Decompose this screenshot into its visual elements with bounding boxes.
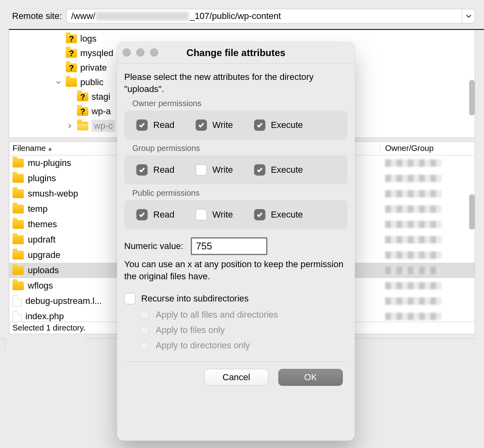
perm-group-write-checkbox[interactable]: Write xyxy=(196,164,233,176)
column-owner[interactable]: Owner/Group xyxy=(380,144,475,153)
dialog-title: Change file attributes xyxy=(186,47,285,59)
perm-group-label: Public permissions xyxy=(124,188,348,198)
remote-path-field[interactable]: /www/ _107/public/wp-content xyxy=(66,9,476,23)
redacted-segment xyxy=(385,297,442,305)
redacted-segment xyxy=(385,313,442,320)
redacted-segment xyxy=(385,190,442,197)
filename-label: debug-upstream.l... xyxy=(25,296,102,306)
filename-label: themes xyxy=(28,219,57,230)
folder-icon xyxy=(13,205,24,214)
radio-icon xyxy=(140,325,149,335)
perm-group-execute-checkbox[interactable]: Execute xyxy=(254,164,303,176)
redacted-segment xyxy=(385,175,442,182)
checkbox-label: Execute xyxy=(271,209,303,220)
folder-icon xyxy=(66,78,77,87)
file-icon xyxy=(13,295,21,307)
minimize-icon[interactable] xyxy=(136,48,144,57)
radio-label: Apply to all files and directories xyxy=(156,310,278,320)
redacted-segment xyxy=(385,205,442,213)
redacted-segment xyxy=(385,267,442,274)
folder-icon xyxy=(13,220,24,229)
owner-cell xyxy=(380,313,475,320)
folder-icon xyxy=(13,159,24,167)
perm-public-write-checkbox[interactable]: Write xyxy=(196,209,233,220)
numeric-value-input[interactable] xyxy=(191,237,267,255)
perm-group-label: Owner permissions xyxy=(124,99,348,108)
redacted-segment xyxy=(385,221,442,228)
perm-group-label: Group permissions xyxy=(124,144,348,153)
checkbox-icon xyxy=(254,164,265,176)
perm-owner-execute-checkbox[interactable]: Execute xyxy=(254,119,303,131)
checkbox-icon xyxy=(136,209,148,220)
checkbox-label: Read xyxy=(153,209,175,220)
filename-label: index.php xyxy=(25,311,64,322)
scrollbar[interactable] xyxy=(469,194,475,230)
numeric-label: Numeric value: xyxy=(124,241,184,251)
folder-icon xyxy=(13,281,24,290)
cancel-button[interactable]: Cancel xyxy=(204,369,269,386)
scrollbar[interactable] xyxy=(469,80,475,115)
perm-group-owner: ReadWriteExecute xyxy=(124,111,348,140)
filename-label: uploads xyxy=(28,265,59,276)
ok-button[interactable]: OK xyxy=(278,369,343,386)
checkbox-label: Write xyxy=(213,209,233,220)
chevron-right-icon[interactable] xyxy=(66,122,74,130)
owner-cell xyxy=(380,297,475,305)
recurse-label: Recurse into subdirectories xyxy=(141,293,249,304)
redacted-segment xyxy=(385,251,442,259)
tree-item-label: logs xyxy=(80,33,96,44)
perm-group-group: ReadWriteExecute xyxy=(124,155,348,184)
radio-icon xyxy=(140,341,149,350)
checkbox-icon xyxy=(196,209,207,220)
sort-asc-icon: ▲ xyxy=(47,145,53,152)
close-icon[interactable] xyxy=(123,48,131,57)
unknown-folder-icon: ? xyxy=(66,34,77,43)
checkbox-label: Write xyxy=(213,120,233,130)
perm-group-read-checkbox[interactable]: Read xyxy=(136,164,175,176)
tree-item-label: mysqled xyxy=(80,48,113,59)
unknown-folder-icon: ? xyxy=(66,49,77,58)
filename-label: plugins xyxy=(28,173,56,184)
unknown-folder-icon: ? xyxy=(77,92,88,101)
owner-cell xyxy=(380,267,475,274)
remote-path-dropdown[interactable] xyxy=(462,9,475,23)
perm-owner-read-checkbox[interactable]: Read xyxy=(136,119,175,131)
checkbox-label: Write xyxy=(213,165,233,175)
perm-public-execute-checkbox[interactable]: Execute xyxy=(254,209,303,220)
owner-cell xyxy=(380,282,475,289)
perm-public-read-checkbox[interactable]: Read xyxy=(136,209,175,220)
tree-item-label: public xyxy=(80,77,103,88)
owner-cell xyxy=(380,251,475,259)
checkbox-label: Execute xyxy=(271,120,303,130)
owner-cell xyxy=(380,190,475,197)
filename-label: temp xyxy=(28,204,48,214)
unknown-folder-icon: ? xyxy=(66,63,77,72)
dialog-instruction: Please select the new attributes for the… xyxy=(124,71,348,95)
perm-group-public: ReadWriteExecute xyxy=(124,200,348,229)
radio-icon xyxy=(140,310,149,320)
folder-icon xyxy=(13,266,24,275)
recurse-radio: Apply to directories only xyxy=(140,340,348,351)
checkbox-label: Read xyxy=(153,165,175,175)
folder-icon xyxy=(13,235,24,244)
filename-label: wflogs xyxy=(28,281,53,291)
recurse-checkbox[interactable]: Recurse into subdirectories xyxy=(124,293,249,304)
perm-owner-write-checkbox[interactable]: Write xyxy=(196,119,233,131)
filename-label: smush-webp xyxy=(28,188,78,199)
checkbox-icon xyxy=(136,119,148,131)
owner-cell xyxy=(380,205,475,213)
recurse-radio: Apply to files only xyxy=(140,325,348,335)
chevron-down-icon[interactable] xyxy=(54,78,63,86)
file-icon xyxy=(13,311,21,322)
checkbox-icon xyxy=(196,164,207,176)
checkbox-label: Execute xyxy=(271,165,303,175)
owner-cell xyxy=(380,159,475,167)
remote-site-bar: Remote site: /www/ _107/public/wp-conten… xyxy=(0,0,484,26)
remote-site-label: Remote site: xyxy=(12,11,62,21)
chevron-down-icon xyxy=(466,13,471,19)
remote-path-suffix: _107/public/wp-content xyxy=(190,11,281,21)
zoom-icon[interactable] xyxy=(150,48,158,57)
redacted-segment xyxy=(385,282,442,289)
tree-item-label: wp-a xyxy=(92,106,111,117)
owner-cell xyxy=(380,221,475,228)
